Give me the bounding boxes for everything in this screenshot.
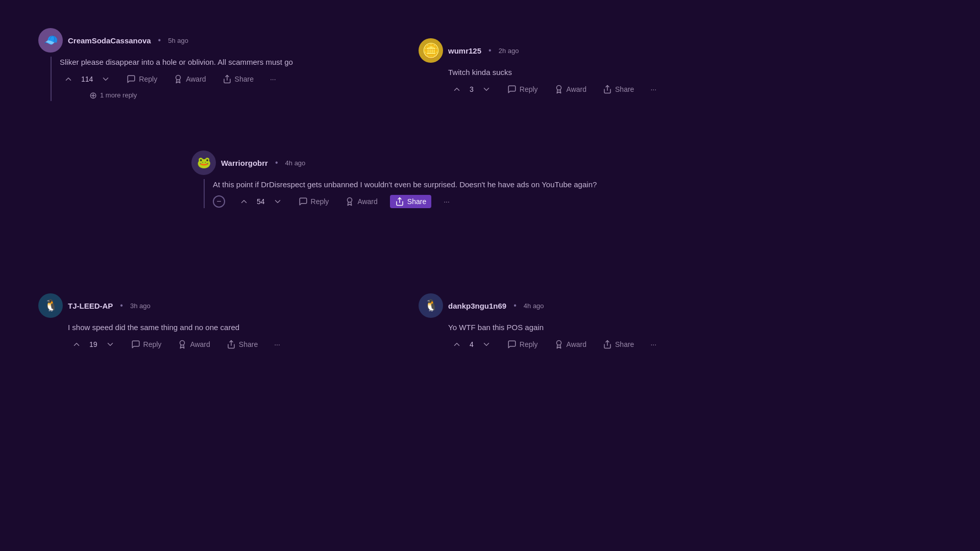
- award-icon: [174, 74, 183, 84]
- comment-actions-wumr: 3 Reply Award Share ···: [419, 83, 660, 96]
- comment-body-cream: Sliker please disappear into a hole or o…: [60, 57, 293, 68]
- comment-wumr: 🪙 wumr125 • 2h ago Twitch kinda sucks 3 …: [419, 38, 660, 96]
- award-icon-tj: [178, 340, 187, 349]
- downvote-button-tj[interactable]: [102, 338, 119, 351]
- vote-count-dank: 4: [470, 340, 474, 348]
- more-button-warrior[interactable]: ···: [439, 195, 454, 208]
- username-tj: TJ-LEED-AP: [68, 302, 113, 310]
- downvote-button-warrior[interactable]: [269, 195, 286, 208]
- comment-header-cream: 🧢 CreamSodaCassanova • 5h ago: [38, 28, 293, 53]
- more-button-tj[interactable]: ···: [270, 338, 284, 350]
- downvote-button-cream[interactable]: [97, 72, 114, 86]
- reply-button-tj[interactable]: Reply: [127, 338, 166, 351]
- upvote-icon-wumr: [452, 85, 461, 94]
- comment-thread-cream: Sliker please disappear into a hole or o…: [51, 57, 293, 101]
- reply-icon-tj: [131, 340, 140, 349]
- reply-button-warrior[interactable]: Reply: [295, 195, 333, 208]
- share-icon: [223, 74, 232, 84]
- comment-tj: 🐧 TJ-LEED-AP • 3h ago I show speed did t…: [38, 293, 284, 351]
- avatar-emoji-tj: 🐧: [44, 299, 58, 312]
- upvote-button-wumr[interactable]: [448, 83, 465, 96]
- award-button-dank[interactable]: Award: [550, 338, 591, 351]
- upvote-button-cream[interactable]: [60, 72, 77, 86]
- timestamp-cream: 5h ago: [168, 37, 188, 44]
- award-button-wumr[interactable]: Award: [550, 83, 591, 96]
- vote-section-dank: 4: [448, 338, 495, 351]
- share-icon-dank: [603, 340, 612, 349]
- award-button-tj[interactable]: Award: [174, 338, 214, 351]
- username-cream: CreamSodaCassanova: [68, 36, 151, 45]
- comment-cream: 🧢 CreamSodaCassanova • 5h ago Sliker ple…: [38, 28, 293, 101]
- upvote-icon-dank: [452, 340, 461, 349]
- avatar-cream: 🧢: [38, 28, 63, 53]
- downvote-icon-tj: [106, 340, 115, 349]
- share-button-tj[interactable]: Share: [223, 338, 262, 351]
- avatar-tj: 🐧: [38, 293, 63, 318]
- award-icon-wumr: [554, 85, 564, 94]
- comment-body-dank: Yo WTF ban this POS again: [419, 322, 660, 334]
- upvote-icon-tj: [72, 340, 81, 349]
- comment-header-warrior: 🐸 Warriorgobrr • 4h ago: [191, 151, 597, 175]
- avatar-emoji-warrior: 🐸: [197, 156, 211, 169]
- upvote-button-warrior[interactable]: [235, 195, 253, 208]
- downvote-icon-wumr: [482, 85, 491, 94]
- timestamp-warrior: 4h ago: [285, 159, 306, 167]
- downvote-icon-warrior: [273, 197, 282, 206]
- timestamp-dank: 4h ago: [524, 302, 544, 310]
- vote-count-tj: 19: [89, 340, 97, 348]
- username-warrior: Warriorgobrr: [221, 159, 268, 167]
- username-dank: dankp3ngu1n69: [448, 302, 506, 310]
- award-icon-warrior: [345, 197, 354, 206]
- downvote-button-dank[interactable]: [478, 338, 495, 351]
- comment-actions-tj: 19 Reply Award Share ···: [38, 338, 284, 351]
- share-button-wumr[interactable]: Share: [599, 83, 638, 96]
- share-icon-warrior: [395, 197, 404, 206]
- vote-section-cream: 114: [60, 72, 114, 86]
- collapse-button-warrior[interactable]: −: [213, 195, 225, 208]
- comment-body-warrior: At this point if DrDisrespect gets unban…: [213, 179, 597, 191]
- upvote-button-tj[interactable]: [68, 338, 85, 351]
- reply-button-dank[interactable]: Reply: [503, 338, 542, 351]
- comment-header-tj: 🐧 TJ-LEED-AP • 3h ago: [38, 293, 284, 318]
- upvote-icon: [64, 74, 73, 84]
- vote-count-warrior: 54: [257, 197, 265, 206]
- more-button-cream[interactable]: ···: [266, 73, 280, 85]
- reply-icon-dank: [507, 340, 517, 349]
- more-button-dank[interactable]: ···: [646, 338, 660, 350]
- downvote-icon-dank: [482, 340, 491, 349]
- comment-header-dank: 🐧 dankp3ngu1n69 • 4h ago: [419, 293, 660, 318]
- share-button-cream[interactable]: Share: [218, 72, 258, 86]
- reply-button-cream[interactable]: Reply: [122, 72, 161, 86]
- award-button-cream[interactable]: Award: [169, 72, 210, 86]
- share-icon-wumr: [603, 85, 612, 94]
- avatar-dank: 🐧: [419, 293, 443, 318]
- award-icon-dank: [554, 340, 564, 349]
- comment-actions-warrior: − 54 Reply Award: [213, 195, 597, 208]
- avatar-emoji-wumr: 🪙: [422, 42, 440, 59]
- reply-button-wumr[interactable]: Reply: [503, 83, 542, 96]
- share-button-warrior[interactable]: Share: [390, 195, 431, 208]
- vote-section-wumr: 3: [448, 83, 495, 96]
- downvote-button-wumr[interactable]: [478, 83, 495, 96]
- username-wumr: wumr125: [448, 46, 481, 55]
- comment-actions-dank: 4 Reply Award Share ···: [419, 338, 660, 351]
- more-replies-cream[interactable]: ⊕ 1 more reply: [60, 90, 293, 101]
- expand-replies-icon: ⊕: [89, 90, 97, 101]
- comment-body-tj: I show speed did the same thing and no o…: [38, 322, 284, 334]
- more-button-wumr[interactable]: ···: [646, 83, 660, 95]
- comment-warrior: 🐸 Warriorgobrr • 4h ago At this point if…: [191, 151, 597, 208]
- share-icon-tj: [227, 340, 236, 349]
- warrior-thread: At this point if DrDisrespect gets unban…: [204, 179, 597, 208]
- vote-section-tj: 19: [68, 338, 119, 351]
- downvote-icon: [101, 74, 110, 84]
- avatar-wumr: 🪙: [419, 38, 443, 63]
- award-button-warrior[interactable]: Award: [341, 195, 381, 208]
- share-button-dank[interactable]: Share: [599, 338, 638, 351]
- avatar-emoji-dank: 🐧: [424, 299, 438, 312]
- vote-section-warrior: 54: [235, 195, 286, 208]
- timestamp-tj: 3h ago: [130, 302, 151, 310]
- comments-container: 🧢 CreamSodaCassanova • 5h ago Sliker ple…: [0, 0, 980, 551]
- upvote-button-dank[interactable]: [448, 338, 465, 351]
- reply-icon-warrior: [299, 197, 308, 206]
- comment-actions-cream: 114 Reply Award Share: [60, 72, 293, 86]
